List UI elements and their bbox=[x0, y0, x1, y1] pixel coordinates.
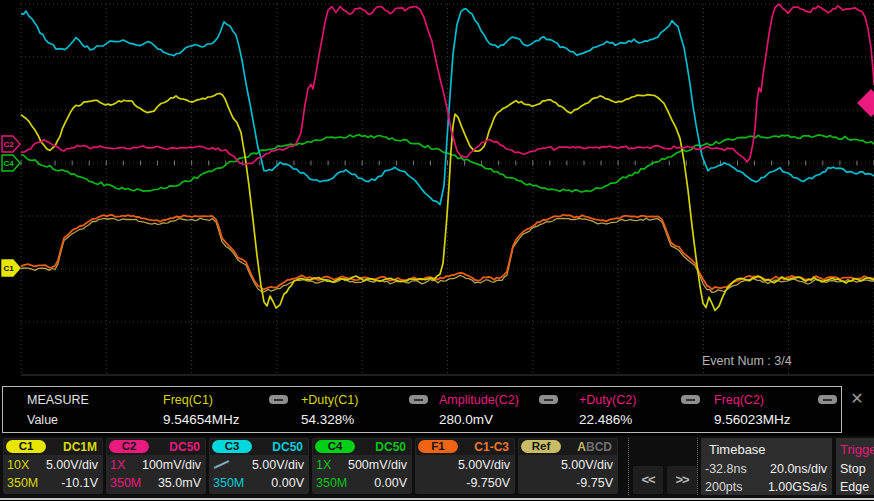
channel-box-c4[interactable]: C4 DC50 1X500mV/div 350M0.00V bbox=[312, 438, 412, 494]
measure-label-freq-c2[interactable]: Freq(C2) bbox=[714, 393, 764, 407]
channel-offset: -10.1V bbox=[61, 476, 98, 490]
timebase-scale: 20.0ns/div bbox=[770, 462, 827, 476]
probe-attenuation: 1X bbox=[110, 458, 125, 472]
math-box-f1[interactable]: F1 C1-C3 5.00V/div -9.750V bbox=[415, 438, 515, 494]
ref-slot-b[interactable]: B bbox=[586, 440, 595, 454]
screen-bottom-edge bbox=[0, 498, 874, 500]
measure-value-freq-c1: 9.54654MHz bbox=[163, 412, 240, 427]
svg-text:C4: C4 bbox=[4, 159, 15, 168]
channel-chip-c1[interactable]: C1 bbox=[6, 440, 46, 453]
channel-header: C4 DC50 bbox=[313, 439, 411, 455]
channel-offset: 35.0mV bbox=[158, 476, 201, 490]
math-header: F1 C1-C3 bbox=[416, 439, 514, 455]
coupling-label: DC50 bbox=[375, 440, 406, 454]
separator bbox=[697, 438, 698, 495]
measure-value-freq-c2: 9.56023MHz bbox=[714, 412, 791, 427]
measure-label-amplitude-c2[interactable]: Amplitude(C2) bbox=[439, 393, 519, 407]
trigger-type: Edge bbox=[840, 480, 869, 494]
channel-box-c2[interactable]: C2 DC50 1X100mV/div 350M35.0mV bbox=[106, 438, 206, 494]
channel-chip-c3[interactable]: C3 bbox=[212, 440, 252, 453]
event-num-label: Event Num : 3/4 bbox=[702, 354, 792, 368]
ref-slot-a[interactable]: A bbox=[577, 440, 586, 454]
svg-text:C2: C2 bbox=[4, 140, 15, 149]
channel-header: C1 DC1M bbox=[4, 439, 102, 455]
channel-box-c1[interactable]: C1 DC1M 10X5.00V/div 350M-10.1V bbox=[3, 438, 103, 494]
channel-offset: 0.00V bbox=[374, 476, 407, 490]
timebase-title: Timebase bbox=[709, 442, 766, 457]
offset-marker-c2[interactable]: C2 bbox=[2, 136, 20, 152]
volts-per-div: 500mV/div bbox=[348, 458, 407, 472]
measure-value-duty-c2: 22.486% bbox=[579, 412, 632, 427]
history-next-button[interactable]: >> bbox=[667, 466, 697, 494]
measure-row-label: Value bbox=[27, 413, 58, 427]
ref-slots: ABCD bbox=[577, 440, 612, 454]
probe-icon bbox=[213, 458, 231, 473]
timebase-panel[interactable]: Timebase -32.8ns20.0ns/div 200pts1.00GSa… bbox=[701, 438, 832, 495]
channel-bar: C1 DC1M 10X5.00V/div 350M-10.1V C2 DC50 … bbox=[0, 436, 874, 499]
offset-marker-c1[interactable]: C1 bbox=[2, 260, 20, 276]
coupling-label: DC50 bbox=[272, 440, 303, 454]
bandwidth-limit: 350M bbox=[213, 476, 244, 490]
trigger-level-marker[interactable] bbox=[857, 89, 874, 117]
volts-per-div: 5.00V/div bbox=[561, 458, 613, 472]
measure-remove-button-5[interactable] bbox=[818, 395, 837, 404]
volts-per-div: 5.00V/div bbox=[46, 458, 98, 472]
bandwidth-limit: 350M bbox=[110, 476, 141, 490]
measure-label-freq-c1[interactable]: Freq(C1) bbox=[163, 393, 213, 407]
scope-graticule-svg: C2C4C1 bbox=[0, 0, 874, 385]
trigger-panel[interactable]: Trigger Stop Edge bbox=[836, 438, 874, 495]
math-chip-f1[interactable]: F1 bbox=[418, 440, 458, 453]
channel-header: C2 DC50 bbox=[107, 439, 205, 455]
measure-label-duty-c2[interactable]: +Duty(C2) bbox=[579, 393, 636, 407]
measure-remove-button-1[interactable] bbox=[269, 395, 288, 404]
oscilloscope-screen: C2C4C1 Event Num : 3/4 MEASURE Value Fre… bbox=[0, 0, 874, 501]
measure-close-icon[interactable]: ✕ bbox=[846, 388, 868, 410]
waveform-display: C2C4C1 Event Num : 3/4 bbox=[0, 0, 874, 385]
ref-offset: -9.75V bbox=[576, 476, 613, 490]
math-expression: C1-C3 bbox=[474, 440, 509, 454]
measure-label-duty-c1[interactable]: +Duty(C1) bbox=[301, 393, 358, 407]
graticule bbox=[21, 4, 874, 375]
measure-remove-button-2[interactable] bbox=[409, 395, 428, 404]
measure-remove-button-4[interactable] bbox=[681, 395, 700, 404]
measure-title: MEASURE bbox=[27, 393, 89, 407]
offset-marker-c4[interactable]: C4 bbox=[2, 155, 20, 171]
channel-box-c3[interactable]: C3 DC50 5.00V/div 350M0.00V bbox=[209, 438, 309, 494]
volts-per-div: 5.00V/div bbox=[458, 458, 510, 472]
channel-offset: 0.00V bbox=[271, 476, 304, 490]
channel-chip-c2[interactable]: C2 bbox=[109, 440, 149, 453]
coupling-label: DC50 bbox=[169, 440, 200, 454]
bandwidth-limit: 350M bbox=[7, 476, 38, 490]
probe-attenuation: 1X bbox=[316, 458, 331, 472]
channel-chip-c4[interactable]: C4 bbox=[315, 440, 355, 453]
measure-value-duty-c1: 54.328% bbox=[301, 412, 354, 427]
history-prev-button[interactable]: << bbox=[633, 466, 663, 494]
trigger-status: Stop bbox=[840, 462, 866, 476]
measure-value-amplitude-c2: 280.0mV bbox=[439, 412, 493, 427]
math-offset: -9.750V bbox=[466, 476, 510, 490]
channel-header: C3 DC50 bbox=[210, 439, 308, 455]
ref-chip[interactable]: Ref bbox=[521, 440, 561, 453]
coupling-label: DC1M bbox=[63, 440, 97, 454]
measure-remove-button-3[interactable] bbox=[539, 395, 558, 404]
ref-header: Ref ABCD bbox=[519, 439, 617, 455]
probe-attenuation: 10X bbox=[7, 458, 29, 472]
trigger-title: Trigger bbox=[840, 442, 874, 457]
acquire-points: 200pts bbox=[705, 480, 743, 494]
trace-refa bbox=[21, 218, 874, 292]
measure-strip: MEASURE Value Freq(C1) 9.54654MHz +Duty(… bbox=[2, 386, 842, 433]
ref-slot-d[interactable]: D bbox=[603, 440, 612, 454]
sample-rate: 1.00GSa/s bbox=[768, 480, 827, 494]
volts-per-div: 100mV/div bbox=[142, 458, 201, 472]
volts-per-div: 5.00V/div bbox=[252, 458, 304, 472]
separator bbox=[628, 438, 629, 495]
ref-box[interactable]: Ref ABCD 5.00V/div -9.75V bbox=[518, 438, 618, 494]
timebase-delay: -32.8ns bbox=[705, 462, 747, 476]
svg-text:C1: C1 bbox=[4, 264, 15, 273]
bandwidth-limit: 350M bbox=[316, 476, 347, 490]
